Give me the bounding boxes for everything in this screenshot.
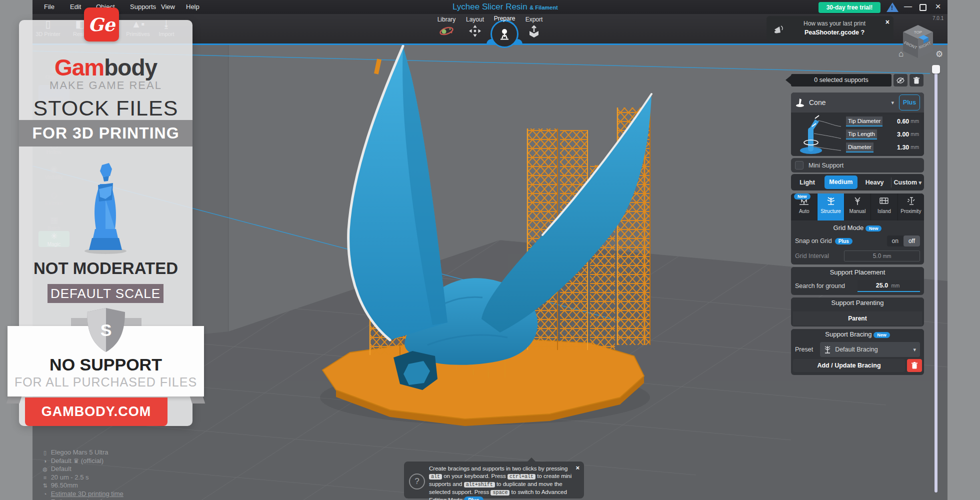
snap-on-option[interactable]: on bbox=[887, 236, 904, 246]
chevron-down-icon: ▾ bbox=[891, 100, 894, 106]
param-value[interactable]: 3.00 bbox=[897, 131, 909, 138]
trial-button[interactable]: 30-day free trial! bbox=[818, 2, 880, 13]
tab-prepare[interactable] bbox=[490, 20, 518, 48]
layers-icon: ≡ bbox=[41, 474, 49, 482]
bracing-icon bbox=[824, 346, 831, 354]
menu-edit[interactable]: Edit bbox=[67, 0, 84, 14]
support-placement-header: Support Placement bbox=[791, 267, 924, 278]
question-icon: ? bbox=[409, 474, 425, 490]
density-card: Light Medium Heavy Custom ▾ bbox=[791, 174, 924, 190]
status-volume-link[interactable]: ◒ Estimate resin volume bbox=[41, 498, 124, 500]
delete-supports-button[interactable] bbox=[910, 74, 924, 86]
default-scale-badge: DEFAULT SCALE bbox=[48, 284, 164, 303]
island-mode-icon bbox=[878, 196, 890, 206]
support-type-dropdown[interactable]: Cone ▾ Plus bbox=[791, 92, 924, 112]
version-label: 7.0.1 bbox=[932, 16, 944, 21]
mode-island-tab[interactable]: Island bbox=[871, 194, 897, 220]
manual-mode-icon bbox=[852, 196, 863, 206]
mode-manual-tab[interactable]: Manual bbox=[844, 194, 870, 220]
z-height-slider-thumb[interactable] bbox=[932, 65, 940, 74]
home-view-icon[interactable]: ⌂ bbox=[898, 49, 904, 59]
density-light-button[interactable]: Light bbox=[791, 179, 824, 186]
hint-tooltip: ? Create bracings and supports in two cl… bbox=[404, 462, 584, 498]
snap-off-option[interactable]: off bbox=[904, 236, 920, 246]
status-resin: ◑ Default ♛ (official) bbox=[41, 457, 124, 466]
viewport-settings-gear-icon[interactable]: ⚙ bbox=[936, 49, 943, 60]
menu-file[interactable]: File bbox=[41, 0, 58, 14]
minimize-button[interactable]: — bbox=[902, 0, 914, 14]
app-title-suffix: & Filament bbox=[530, 4, 558, 10]
param-value[interactable]: 0.60 bbox=[897, 118, 909, 125]
param-row-diameter[interactable]: Diameter 1.30 mm bbox=[846, 141, 921, 154]
bracing-actions-row: Add / Update Bracing bbox=[791, 359, 924, 372]
support-type-value: Cone bbox=[809, 98, 891, 106]
param-row-tip-diameter[interactable]: Tip Diameter 0.60 mm bbox=[846, 115, 921, 128]
mode-structure-tab[interactable]: Structure bbox=[818, 194, 844, 220]
density-custom-dropdown[interactable]: Custom ▾ bbox=[892, 179, 924, 186]
gambody-brand: Gambody bbox=[19, 54, 192, 81]
trash-icon bbox=[914, 77, 920, 84]
close-button[interactable]: × bbox=[932, 0, 944, 14]
grid-interval-row: Grid Interval 5.0 mm bbox=[791, 248, 924, 264]
bracing-preset-dropdown[interactable]: Default Bracing ▾ bbox=[820, 342, 920, 357]
tab-layout[interactable]: Layout bbox=[460, 16, 490, 39]
delete-bracing-button[interactable] bbox=[907, 359, 922, 372]
key-alt: alt bbox=[429, 474, 442, 480]
tab-export[interactable]: Export bbox=[520, 16, 548, 40]
param-value[interactable]: 1.30 bbox=[897, 144, 909, 151]
status-height: ⇅ 96.50mm bbox=[41, 482, 124, 490]
status-printer: ▯ Elegoo Mars 5 Ultra bbox=[41, 448, 124, 457]
hide-supports-button[interactable] bbox=[894, 74, 908, 86]
mini-support-label: Mini Support bbox=[808, 162, 844, 169]
selected-supports-header: 0 selected supports bbox=[791, 74, 892, 86]
support-type-card: Cone ▾ Plus Tip Diameter 0. bbox=[791, 92, 924, 156]
density-heavy-button[interactable]: Heavy bbox=[858, 179, 891, 186]
param-unit: mm bbox=[910, 132, 919, 137]
param-unit: mm bbox=[910, 144, 919, 150]
gambody-logo: Ge bbox=[84, 8, 119, 42]
z-height-slider-track[interactable] bbox=[934, 66, 938, 492]
prepare-tab-label: Prepare bbox=[490, 15, 519, 22]
parent-button[interactable]: Parent bbox=[793, 312, 922, 326]
grid-interval-input[interactable]: 5.0 mm bbox=[844, 250, 920, 262]
resin-icon: ◑ bbox=[41, 458, 49, 466]
param-label: Diameter bbox=[846, 142, 874, 152]
menu-supports[interactable]: Supports bbox=[127, 0, 159, 14]
menu-view[interactable]: View bbox=[158, 0, 178, 14]
menu-help[interactable]: Help bbox=[183, 0, 202, 14]
support-placement-card: Support Placement Search for ground 25.0… bbox=[791, 267, 924, 295]
support-parenting-card: Support Parenting Parent bbox=[791, 298, 924, 326]
warning-icon[interactable]: ! bbox=[886, 2, 898, 12]
add-update-bracing-button[interactable]: Add / Update Bracing bbox=[793, 359, 905, 372]
view-cube[interactable]: TOP FRONT RIGHT bbox=[902, 24, 934, 60]
title-bar: File Edit Object Supports View Help Lych… bbox=[32, 0, 948, 14]
snap-toggle[interactable]: on off bbox=[887, 236, 920, 246]
search-ground-label: Search for ground bbox=[795, 282, 845, 290]
param-row-tip-length[interactable]: Tip Length 3.00 mm bbox=[846, 128, 921, 140]
shield-letter: S bbox=[100, 320, 112, 340]
param-label: Tip Diameter bbox=[846, 116, 882, 126]
plus-feature-button[interactable]: Plus bbox=[899, 94, 920, 110]
statue-illustration bbox=[83, 154, 128, 254]
tooltip-text: Create bracings and supports in two clic… bbox=[429, 465, 573, 500]
toast-close-icon[interactable]: × bbox=[886, 18, 890, 26]
tooltip-close-icon[interactable]: × bbox=[576, 464, 580, 472]
plus-badge: Plus bbox=[835, 238, 852, 244]
mode-proximity-tab[interactable]: Proximity bbox=[898, 194, 924, 220]
bracing-preset-row: Preset Default Bracing ▾ bbox=[791, 340, 924, 359]
density-medium-button[interactable]: Medium bbox=[824, 176, 857, 189]
param-unit: mm bbox=[910, 118, 919, 124]
toast-filename: PeaShooter.gcode ? bbox=[790, 29, 880, 36]
search-ground-input[interactable]: 25.0 mm bbox=[858, 280, 920, 292]
new-badge: New bbox=[866, 226, 882, 232]
status-time-link[interactable]: ◔ Estimate 3D printing time bbox=[41, 490, 124, 498]
gambody-tagline: MAKE GAME REAL bbox=[19, 79, 192, 92]
proximity-mode-icon bbox=[906, 196, 916, 206]
mini-support-checkbox[interactable] bbox=[795, 161, 804, 170]
printer-status-block: ▯ Elegoo Mars 5 Ultra ◑ Default ♛ (offic… bbox=[41, 448, 124, 500]
new-badge: New bbox=[874, 332, 890, 338]
tab-library[interactable]: Library bbox=[432, 16, 461, 39]
key-space: space bbox=[490, 490, 510, 496]
screen: ▣Objects ⊥Supports ◯Hollow ◉Visibility ◇… bbox=[0, 0, 980, 500]
maximize-button[interactable] bbox=[916, 0, 930, 14]
